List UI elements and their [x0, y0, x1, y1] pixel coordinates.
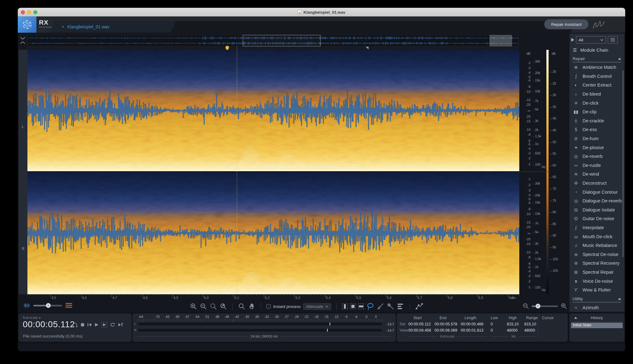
module-item[interactable]: ʃBreath Control [569, 72, 624, 81]
sel-start[interactable]: 00:00:05.112 [408, 322, 431, 326]
horizontal-zoom-slider[interactable] [532, 305, 558, 307]
skip-to-start-button[interactable] [87, 323, 92, 327]
repair-assistant-button[interactable]: Repair Assistant [544, 19, 588, 29]
monitor-icon[interactable] [72, 322, 78, 328]
module-item[interactable]: ┼De-crackle [569, 116, 624, 125]
module-run-icon[interactable] [571, 38, 574, 42]
spectrogram-view[interactable] [27, 50, 519, 294]
module-item[interactable]: ▮▮De-clip [569, 107, 624, 116]
frequency-selection-tool[interactable] [358, 304, 364, 309]
zoom-reset-icon[interactable] [220, 303, 227, 310]
module-item[interactable]: ᴥVoice De-noise [569, 277, 624, 286]
module-item[interactable]: ◎Dialogue De-reverb [569, 196, 624, 206]
module-item[interactable]: ◎De-reverb [569, 152, 624, 161]
time-ruler[interactable]: 4,54,64,74,84,95,05,15,25,35,45,55,65,75… [27, 294, 519, 301]
colorbar-tick: – 20 [550, 70, 556, 73]
view-start[interactable]: 00:00:04.456 [408, 328, 431, 333]
instant-process-checkbox[interactable] [266, 304, 271, 309]
meter-scale-label: -60 [175, 315, 179, 319]
skip-to-end-button[interactable] [118, 323, 123, 327]
marker-strip[interactable] [27, 46, 519, 50]
module-item[interactable]: ✳De-click [569, 98, 624, 107]
time-ruler-label: 4,8 [143, 296, 148, 300]
zoom-selection-icon[interactable] [210, 303, 217, 310]
process-mode-dropdown[interactable]: Attenuate [303, 303, 331, 310]
module-item[interactable]: §De-ess [569, 125, 624, 134]
meter-bar-l [138, 322, 382, 326]
tab-close-icon[interactable]: × [62, 24, 64, 29]
hzoom-in-icon[interactable] [560, 303, 567, 310]
module-item[interactable]: ✦De-plosive [569, 143, 624, 152]
module-menu-button[interactable] [608, 36, 618, 44]
module-section-header[interactable]: Utility [573, 295, 621, 302]
amp-tick: -20 [520, 103, 531, 106]
module-chain-item[interactable]: ☰ Module Chain [569, 46, 624, 54]
time-format-selector[interactable]: h:m:s.ms ▼ [23, 316, 41, 319]
sel-length[interactable]: 00:00:00.466 [461, 322, 483, 326]
module-item[interactable]: ⊕Ambience Match [569, 63, 624, 72]
module-section-header[interactable]: Repair [573, 55, 621, 62]
reconstruct-path-icon[interactable] [415, 303, 423, 310]
lasso-tool-icon[interactable] [366, 303, 374, 310]
module-item[interactable]: ⊞Spectral Repair [569, 268, 624, 277]
amp-tick: -1 [520, 177, 531, 181]
col-length: Length [464, 316, 476, 320]
file-tab[interactable]: × Klangbeispiel_01.wav [50, 21, 176, 33]
module-list-scrollbar[interactable] [622, 70, 624, 257]
module-item[interactable]: ⊘De-hum [569, 134, 624, 143]
spectrogram-opacity-icon[interactable] [65, 303, 73, 308]
loop-region-marker[interactable] [366, 47, 369, 50]
module-item[interactable]: ◔Dialogue Contour [569, 187, 624, 196]
module-item[interactable]: ✣Deconstruct [569, 179, 624, 188]
overview-view-rectangle[interactable] [243, 35, 321, 46]
sel-end[interactable]: 00:00:05.578 [435, 322, 457, 326]
module-item[interactable]: ωMouth De-click [569, 232, 624, 241]
loop-button[interactable] [110, 322, 115, 327]
view-low[interactable]: 0 [491, 328, 493, 333]
amp-tick: -6 [520, 139, 531, 143]
channel-l-label[interactable]: L [22, 125, 24, 129]
view-length[interactable]: 00:00:01.613 [461, 328, 483, 333]
hzoom-out-icon[interactable] [522, 303, 529, 310]
module-item[interactable]: ♁De-bleed [569, 90, 624, 99]
hand-tool-icon[interactable] [248, 303, 255, 310]
overview-collapse-icon[interactable] [19, 35, 26, 45]
module-item[interactable]: ⊚Spectral Recovery [569, 259, 624, 268]
record-button[interactable] [81, 323, 84, 327]
magnify-tool-icon[interactable] [238, 303, 245, 310]
module-item[interactable]: ≈Azimuth [569, 303, 624, 312]
sel-low[interactable]: 0 [491, 322, 493, 326]
play-selection-button[interactable] [102, 322, 107, 328]
flatten-selection-icon[interactable] [397, 303, 404, 310]
zoom-in-icon[interactable] [190, 303, 197, 310]
module-filter-dropdown[interactable]: All [576, 36, 606, 44]
module-item[interactable]: ∾De-rustle [569, 161, 624, 170]
module-item[interactable]: ♫Music Rebalance [569, 241, 624, 250]
waveform-opacity-icon[interactable] [23, 303, 30, 308]
view-high[interactable]: 48000 [507, 328, 518, 333]
brush-tool-icon[interactable] [377, 303, 384, 310]
view-end[interactable]: 00:00:06.069 [435, 328, 457, 333]
module-item[interactable]: ◐Center Extract [569, 81, 624, 90]
signature-scribble-icon[interactable] [592, 19, 606, 30]
module-item[interactable]: ʍSpectral De-noise [569, 250, 624, 259]
waveform-overview[interactable] [27, 35, 518, 46]
zoom-out-icon[interactable] [200, 303, 207, 310]
channel-divider [27, 171, 519, 172]
sel-high[interactable]: 815,10 [507, 322, 519, 326]
module-item[interactable]: ʘGuitar De-noise [569, 214, 624, 223]
history-item[interactable]: Initial State [571, 323, 623, 328]
playhead-time-display[interactable]: 00:00:05.112 [23, 319, 75, 329]
play-button[interactable] [94, 323, 99, 327]
time-frequency-selection-tool[interactable] [350, 304, 356, 309]
module-item-label: Deconstruct [583, 181, 607, 186]
module-item[interactable]: ϒWow & Flutter [569, 286, 624, 295]
waveform-spectrogram-blend-slider[interactable] [33, 305, 62, 306]
channel-r-label[interactable]: R [22, 247, 25, 251]
time-selection-tool[interactable] [342, 304, 348, 309]
module-item[interactable]: ≋De-wind [569, 170, 624, 179]
module-item[interactable]: ∫Interpolate [569, 223, 624, 232]
magic-wand-tool-icon[interactable] [387, 303, 394, 310]
module-item[interactable]: ⊟Dialogue Isolate [569, 206, 624, 215]
col-cursor: Cursor [542, 316, 554, 320]
